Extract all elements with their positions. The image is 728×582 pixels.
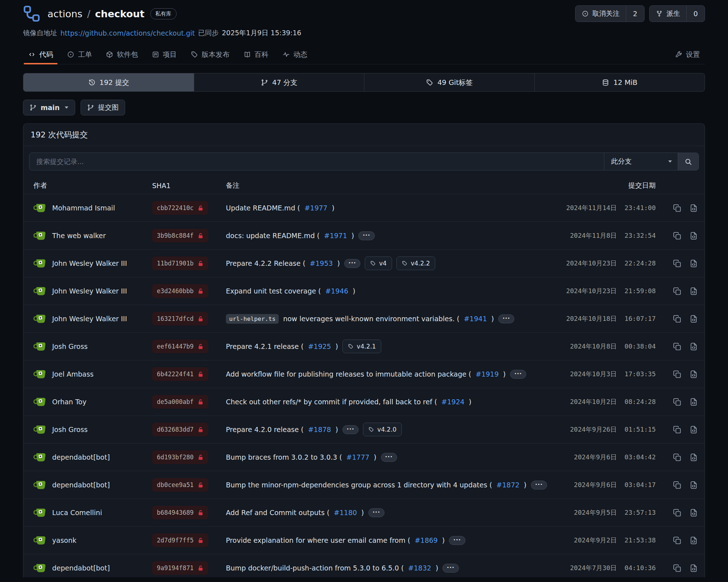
author-name[interactable]: Luca Comellini — [52, 509, 102, 517]
author-name[interactable]: The web walker — [52, 232, 106, 240]
browse-source-icon[interactable] — [689, 370, 698, 379]
watch-count[interactable]: 2 — [626, 6, 644, 22]
expand-commit-button[interactable]: ··· — [449, 536, 465, 545]
author-name[interactable]: Josh Gross — [52, 426, 88, 433]
commit-sha-badge[interactable]: 163217dfcd — [152, 312, 208, 326]
stat-size[interactable]: 12 MiB — [534, 73, 705, 91]
copy-sha-icon[interactable] — [673, 342, 682, 351]
expand-commit-button[interactable]: ··· — [358, 231, 374, 240]
issue-link[interactable]: #1941 — [464, 315, 487, 323]
author-name[interactable]: John Wesley Walker III — [52, 315, 127, 323]
unwatch-button[interactable]: 取消关注 2 — [575, 5, 645, 22]
tag-chip[interactable]: v4.2.1 — [342, 340, 381, 353]
browse-source-icon[interactable] — [689, 536, 698, 545]
table-row[interactable]: dependabot[bot] 6d193bf280 Bump braces f… — [23, 444, 705, 471]
author-name[interactable]: Mohammad Ismail — [52, 204, 115, 212]
stat-branches[interactable]: 47 分支 — [194, 73, 364, 91]
table-row[interactable]: dependabot[bot] db0cee9a51 Bump the mino… — [23, 471, 705, 499]
tab-activity[interactable]: 动态 — [277, 45, 313, 64]
expand-commit-button[interactable]: ··· — [442, 564, 459, 573]
author-name[interactable]: John Wesley Walker III — [52, 287, 127, 295]
copy-sha-icon[interactable] — [673, 536, 682, 545]
issue-link[interactable]: #1924 — [441, 398, 464, 406]
copy-sha-icon[interactable] — [673, 314, 682, 323]
browse-source-icon[interactable] — [689, 342, 698, 351]
table-row[interactable]: John Wesley Walker III e3d2460bbb Expand… — [23, 277, 705, 305]
fork-button[interactable]: 派生 0 — [649, 5, 705, 22]
table-row[interactable]: Luca Comellini b684943689 Add Ref and Co… — [23, 499, 705, 527]
issue-link[interactable]: #1878 — [308, 426, 331, 433]
copy-sha-icon[interactable] — [673, 397, 682, 406]
site-logo-icon[interactable] — [23, 5, 40, 22]
issue-link[interactable]: #1946 — [325, 287, 348, 295]
tab-code[interactable]: 代码 — [23, 45, 58, 64]
commit-sha-badge[interactable]: eef61447b9 — [152, 340, 208, 353]
browse-source-icon[interactable] — [689, 231, 698, 240]
copy-sha-icon[interactable] — [673, 508, 682, 517]
expand-commit-button[interactable]: ··· — [344, 259, 360, 268]
copy-sha-icon[interactable] — [673, 287, 682, 296]
browse-source-icon[interactable] — [689, 425, 698, 434]
browse-source-icon[interactable] — [689, 287, 698, 296]
author-name[interactable]: dependabot[bot] — [52, 453, 110, 461]
fork-count[interactable]: 0 — [686, 6, 705, 22]
browse-source-icon[interactable] — [689, 397, 698, 406]
commit-sha-badge[interactable]: 9a9194f871 — [152, 561, 208, 575]
repo-owner-link[interactable]: actions — [47, 8, 82, 19]
tab-projects[interactable]: 项目 — [147, 45, 182, 64]
author-name[interactable]: dependabot[bot] — [52, 564, 110, 572]
tab-issues[interactable]: 工单 — [62, 45, 97, 64]
tag-chip[interactable]: v4.2.0 — [363, 423, 402, 436]
branch-dropdown[interactable]: main — [23, 100, 75, 115]
issue-link[interactable]: #1971 — [324, 232, 347, 240]
expand-commit-button[interactable]: ··· — [381, 453, 397, 462]
commit-sha-badge[interactable]: db0cee9a51 — [152, 478, 208, 492]
table-row[interactable]: Josh Gross d632683dd7 Prepare 4.2.0 rele… — [23, 416, 705, 444]
author-name[interactable]: John Wesley Walker III — [52, 259, 127, 267]
tag-chip[interactable]: v4.2.2 — [396, 256, 435, 270]
copy-sha-icon[interactable] — [673, 231, 682, 240]
copy-sha-icon[interactable] — [673, 204, 682, 213]
copy-sha-icon[interactable] — [673, 564, 682, 573]
author-name[interactable]: Josh Gross — [52, 342, 88, 350]
commit-sha-badge[interactable]: e3d2460bbb — [152, 284, 208, 298]
author-name[interactable]: dependabot[bot] — [52, 481, 110, 489]
browse-source-icon[interactable] — [689, 314, 698, 323]
tab-wiki[interactable]: 百科 — [238, 45, 274, 64]
tab-packages[interactable]: 软件包 — [101, 45, 143, 64]
issue-link[interactable]: #1925 — [308, 342, 331, 350]
copy-sha-icon[interactable] — [673, 425, 682, 434]
issue-link[interactable]: #1777 — [346, 453, 369, 461]
expand-commit-button[interactable]: ··· — [342, 425, 359, 434]
browse-source-icon[interactable] — [689, 481, 698, 490]
table-row[interactable]: Josh Gross eef61447b9 Prepare 4.2.1 rele… — [23, 333, 705, 360]
copy-sha-icon[interactable] — [673, 481, 682, 490]
branch-filter-select[interactable]: 此分支 — [604, 153, 678, 170]
stat-tags[interactable]: 49 Git标签 — [364, 73, 534, 91]
expand-commit-button[interactable]: ··· — [531, 481, 547, 490]
expand-commit-button[interactable]: ··· — [368, 508, 385, 517]
commit-sha-badge[interactable]: 11bd71901b — [152, 256, 208, 270]
copy-sha-icon[interactable] — [673, 259, 682, 268]
issue-link[interactable]: #1832 — [408, 564, 431, 572]
issue-link[interactable]: #1977 — [304, 204, 327, 212]
commit-sha-badge[interactable]: b684943689 — [152, 506, 208, 519]
expand-commit-button[interactable]: ··· — [510, 370, 526, 379]
table-row[interactable]: John Wesley Walker III 11bd71901b Prepar… — [23, 250, 705, 277]
stat-commits[interactable]: 192 提交 — [23, 73, 194, 91]
commit-graph-button[interactable]: 提交图 — [81, 100, 125, 115]
commit-sha-badge[interactable]: de5a000abf — [152, 395, 208, 409]
commit-sha-badge[interactable]: 6b42224f41 — [152, 367, 208, 381]
table-row[interactable]: Mohammad Ismail cbb722410c Update README… — [23, 194, 705, 222]
table-row[interactable]: Joel Ambass 6b42224f41 Add workflow file… — [23, 360, 705, 388]
commit-search-button[interactable] — [678, 153, 699, 170]
table-row[interactable]: Orhan Toy de5a000abf Check out other ref… — [23, 388, 705, 416]
issue-link[interactable]: #1180 — [334, 509, 357, 517]
author-name[interactable]: yasonk — [52, 536, 76, 544]
tab-releases[interactable]: 版本发布 — [186, 45, 235, 64]
browse-source-icon[interactable] — [689, 508, 698, 517]
browse-source-icon[interactable] — [689, 204, 698, 213]
commit-search-input[interactable] — [29, 153, 604, 170]
commit-sha-badge[interactable]: cbb722410c — [152, 201, 208, 215]
issue-link[interactable]: #1869 — [415, 536, 438, 544]
